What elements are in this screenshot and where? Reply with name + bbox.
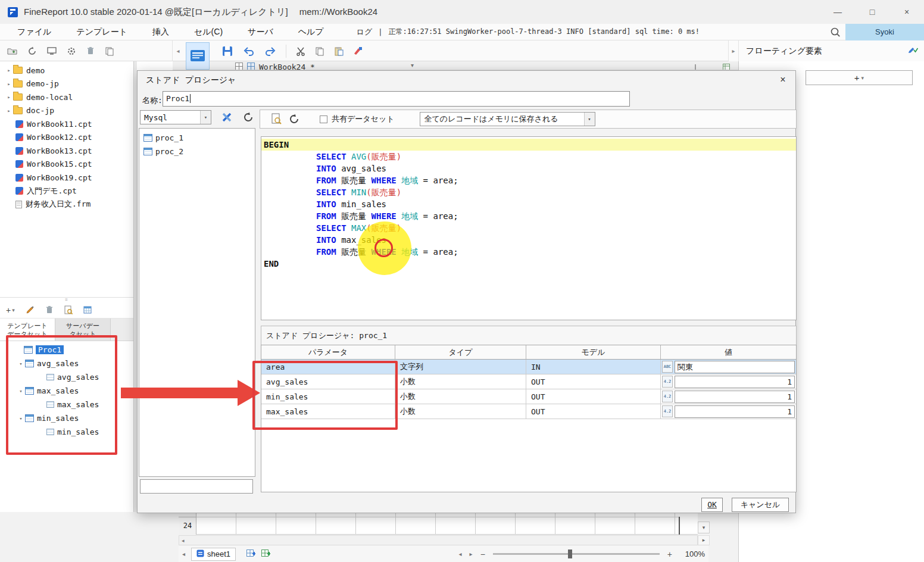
insert-chart-sheet-icon[interactable] [261,549,270,560]
param-row[interactable]: max_sales小数OUT4.21 [261,404,796,419]
memory-option-select[interactable]: 全てのレコードはメモリに保存される ▾ [420,112,595,126]
dataset-tab[interactable]: サーバデータセット [55,319,111,341]
copy-icon[interactable] [315,46,324,56]
refresh-procedures-icon[interactable] [240,109,257,126]
new-folder-icon[interactable] [7,47,17,55]
dataset-tree-item[interactable]: ▾avg_sales [0,357,133,370]
procedure-list-item[interactable]: proc_1 [139,131,255,145]
database-type-select[interactable]: Mysql ▾ [140,110,211,124]
procedure-list-item[interactable]: proc_2 [139,145,255,158]
file-tree-item[interactable]: WorkBook13.cpt [0,144,133,158]
refresh-icon[interactable] [285,114,303,124]
scroll-right-button[interactable]: ▸ [698,535,710,545]
cut-icon[interactable] [296,46,305,56]
delete-dataset-icon[interactable] [45,305,54,314]
file-tree-item[interactable]: ▸demo-jp [0,77,133,91]
format-painter-icon[interactable] [353,46,363,56]
add-dataset-button[interactable]: +▾ [6,305,15,315]
scroll-down-button[interactable]: ▾ [698,522,710,533]
dataset-tree-item[interactable]: avg_sales [0,370,133,384]
zoom-slider[interactable] [493,553,660,555]
zoom-in-button[interactable]: + [667,549,672,559]
cancel-button[interactable]: キャンセル [732,498,789,512]
menu-item[interactable]: 挿入 [140,27,182,38]
file-tree-item[interactable]: 财务收入日文.frm [0,198,133,211]
collapse-left-icon[interactable]: ◂ [174,40,182,61]
dataset-tab[interactable]: テンプレートデータセット [0,319,55,341]
grid-cells[interactable] [196,512,679,535]
file-tree-item[interactable]: WorkBook19.cpt [0,171,133,185]
grid-view-icon[interactable] [235,63,243,70]
menu-item[interactable]: サーバ [235,27,286,38]
tab-workbook24[interactable]: WorkBook24 * [259,63,315,70]
param-row[interactable]: avg_sales小数OUT4.21 [261,374,796,389]
file-tree-item[interactable]: ▸doc-jp [0,104,133,118]
undo-icon[interactable] [243,46,255,56]
sheet-nav-left-icon[interactable]: ◂ [182,551,185,557]
sheet-tab-sheet1[interactable]: sheet1 [191,548,236,561]
collapse-right-icon[interactable]: ▸ [729,48,738,54]
chevron-down-icon[interactable]: ▾ [17,361,25,367]
panel-splitter[interactable]: ≡ [0,297,133,302]
dataset-tree-item[interactable]: min_sales [0,425,133,439]
edit-pencil-icon[interactable] [908,45,918,57]
zoom-out-button[interactable]: − [480,549,485,559]
procedure-name-input[interactable]: Proc1 [163,91,630,107]
param-row[interactable]: min_sales小数OUT4.21 [261,389,796,404]
log-label[interactable]: ログ [357,27,373,38]
user-account-button[interactable]: Syoki [845,24,924,40]
view-icon[interactable] [47,47,57,55]
page-prev-icon[interactable]: ◂ [459,551,462,557]
edit-dataset-icon[interactable] [26,305,35,314]
chevron-down-icon[interactable]: ▾ [200,111,211,124]
tab-dropdown-icon[interactable]: ▾ [411,62,414,68]
file-tree-item[interactable]: WorkBook15.cpt [0,158,133,171]
file-tree-item[interactable]: ▸demo [0,64,133,77]
insert-grid-sheet-icon[interactable] [246,549,255,560]
minimize-button[interactable]: — [820,0,855,24]
chevron-down-icon[interactable]: ▾ [17,416,25,422]
file-tree-item[interactable]: ▸demo-local [0,90,133,104]
ok-button[interactable]: OK [701,498,723,512]
file-tree-item[interactable]: 入門デモ.cpt [0,185,133,198]
sql-editor[interactable]: BEGINSELECT AVG(販売量)INTO avg_salesFROM 販… [261,136,797,320]
menu-item[interactable]: セル(C) [182,27,235,38]
page-next-icon[interactable]: ▸ [470,551,473,557]
param-value-input[interactable]: 1 [675,391,795,403]
share-dataset-checkbox[interactable] [320,115,327,123]
freeze-icon[interactable] [692,63,699,70]
maximize-button[interactable]: □ [855,0,889,24]
dataset-tree-item[interactable]: ▾min_sales [0,411,133,425]
dataset-view-button[interactable] [186,42,210,70]
param-value-input[interactable]: 関東 [675,361,795,373]
menu-item[interactable]: ヘルプ [286,27,336,38]
dialog-close-icon[interactable]: × [776,73,789,86]
add-floating-element-button[interactable]: +▾ [806,70,913,85]
horizontal-scrollbar[interactable]: ◂ [179,535,698,545]
dataset-tree-item[interactable]: Proc1 [0,343,133,357]
preview-icon[interactable] [267,113,285,125]
chevron-down-icon[interactable]: ▾ [17,388,25,394]
param-value-input[interactable]: 1 [675,376,795,388]
search-icon[interactable] [825,27,845,38]
param-value-input[interactable]: 1 [675,405,795,418]
preview-dataset-icon[interactable] [64,305,73,315]
delete-icon[interactable] [86,46,95,55]
menu-item[interactable]: テンプレート [64,27,140,38]
page-setup-icon[interactable] [723,63,730,70]
redo-icon[interactable] [264,46,276,56]
chevron-down-icon[interactable]: ▾ [584,113,595,126]
param-row[interactable]: area文字列INABC関東 [261,360,796,374]
dataset-tree-item[interactable]: max_sales [0,398,133,411]
procedure-filter-input[interactable] [140,479,253,494]
dataset-tree-item[interactable]: ▾max_sales [0,384,133,398]
paste-icon[interactable] [334,46,344,56]
copy-template-icon[interactable] [105,46,114,56]
file-tree-item[interactable]: WorkBook12.cpt [0,131,133,145]
sheet-grid-icon[interactable] [247,63,255,70]
settings-gear-icon[interactable] [67,46,76,56]
file-tree-item[interactable]: WorkBook11.cpt [0,117,133,131]
save-button[interactable] [221,45,233,57]
close-button[interactable]: × [889,0,924,24]
spreadsheet-grid[interactable]: 24 [179,512,698,535]
